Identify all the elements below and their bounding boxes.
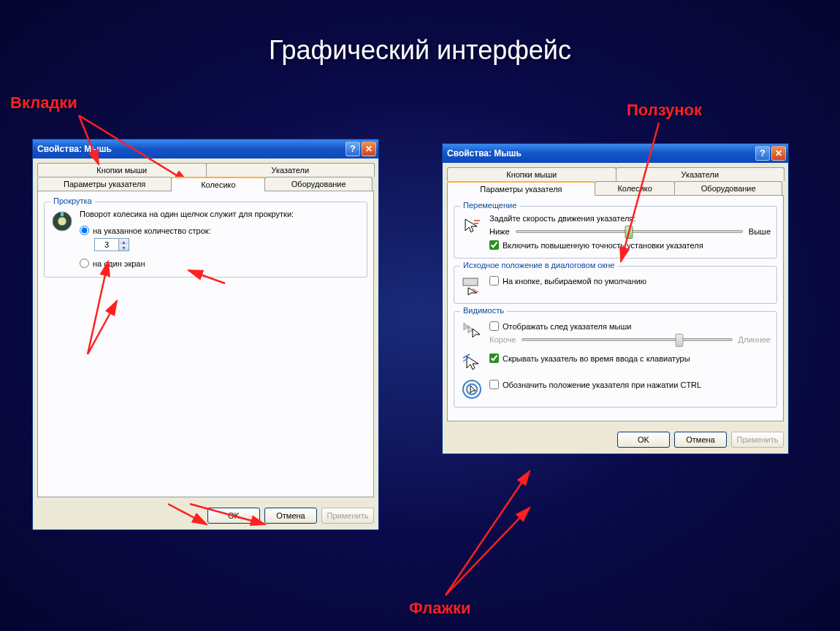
group-vis-title: Видимость [460,306,507,315]
tab-buttons[interactable]: Кнопки мыши [447,167,616,181]
titlebar[interactable]: Свойства: Мышь ? ✕ [443,144,788,163]
titlebar-text: Свойства: Мышь [37,144,112,154]
help-button[interactable]: ? [345,142,360,156]
lines-spinner[interactable]: ▲ ▼ [94,238,129,251]
group-scroll-title: Прокрутка [50,196,95,205]
check-precision-label: Включить повышенную точность установки у… [503,241,703,250]
group-move-title: Перемещение [460,201,519,210]
annotation-tabs: Вкладки [10,93,77,112]
dialog-mouse-props-left: Свойства: Мышь ? ✕ Кнопки мыши Указатели… [32,139,379,530]
check-ctrl[interactable] [489,380,499,389]
check-trail-label: Отображать след указателя мыши [503,322,631,331]
apply-button: Применить [731,432,784,448]
svg-rect-3 [463,278,478,286]
tab-hardware[interactable]: Оборудование [674,181,782,196]
cursor-speed-icon [460,214,484,237]
tab-wheel[interactable]: Колесико [595,181,676,196]
trail-slider-thumb [676,334,684,347]
group-home-title: Исходное положение в диалоговом окне [460,261,617,269]
spinner-up[interactable]: ▲ [118,239,129,245]
check-hide[interactable] [489,353,499,363]
check-home[interactable] [489,276,499,286]
radio-screen-label: на один экран [93,259,145,268]
dialog-mouse-props-right: Свойства: Мышь ? ✕ Кнопки мыши Указатели… [442,143,789,454]
trail-icon [460,319,484,343]
trail-slider [522,338,732,341]
annotation-slider: Ползунок [627,101,702,120]
cancel-button[interactable]: Отмена [674,432,727,448]
cancel-button[interactable]: Отмена [264,508,317,524]
ok-button[interactable]: OK [207,508,260,524]
check-precision[interactable] [489,240,499,250]
titlebar[interactable]: Свойства: Мышь ? ✕ [33,139,378,158]
tab-pointers[interactable]: Указатели [616,167,785,181]
tab-buttons[interactable]: Кнопки мыши [37,163,207,177]
speed-slider[interactable] [516,230,743,233]
tab-wheel[interactable]: Колесико [171,177,265,191]
radio-screen[interactable] [80,259,89,268]
slider-low-label: Ниже [489,227,510,236]
slider-thumb[interactable] [625,226,633,239]
wheel-icon [50,210,74,233]
trail-long-label: Длиннее [738,335,771,344]
close-button[interactable]: ✕ [362,142,376,156]
svg-line-15 [446,508,530,595]
titlebar-text: Свойства: Мышь [447,148,522,158]
check-trail[interactable] [489,321,499,331]
annotation-checks: Флажки [409,599,471,618]
apply-button: Применить [321,508,374,524]
close-button[interactable]: ✕ [771,146,786,161]
svg-point-1 [58,217,66,226]
check-home-label: На кнопке, выбираемой по умолчанию [503,277,646,286]
tab-pointer-params[interactable]: Параметры указателя [37,177,172,191]
tab-pointer-params[interactable]: Параметры указателя [447,181,595,196]
hide-cursor-icon [460,351,484,375]
lines-spinner-input[interactable] [95,239,118,251]
check-ctrl-label: Обозначить положение указателя при нажат… [503,380,701,389]
radio-lines-label: на указанное количество строк: [93,226,211,235]
ctrl-locate-icon [460,378,484,401]
home-button-icon [460,274,484,297]
ok-button[interactable]: OK [617,432,670,448]
help-button[interactable]: ? [755,146,770,161]
move-desc: Задайте скорость движения указателя: [489,214,771,223]
check-hide-label: Скрывать указатель во время ввода с клав… [503,354,690,363]
spinner-down[interactable]: ▼ [118,245,129,251]
radio-lines[interactable] [80,226,89,235]
tab-hardware[interactable]: Оборудование [264,177,373,191]
tab-pointers[interactable]: Указатели [206,163,375,177]
slide-title: Графический интерфейс [0,35,840,66]
svg-rect-2 [61,212,64,216]
slider-high-label: Выше [749,227,771,236]
scroll-desc: Поворот колесика на один щелчок служит д… [80,210,361,218]
trail-short-label: Короче [489,335,516,344]
svg-line-14 [446,471,530,595]
